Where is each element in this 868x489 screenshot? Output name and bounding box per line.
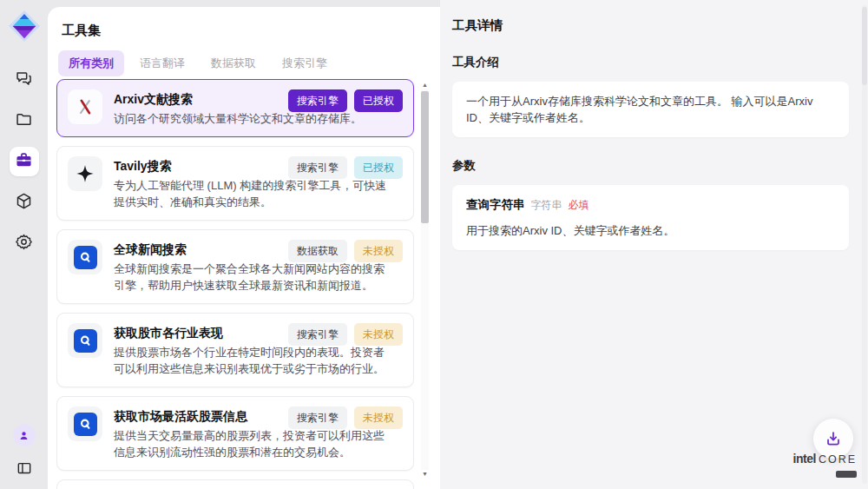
details-title: 工具详情 [452, 17, 849, 34]
auth-status-badge: 已授权 [354, 89, 403, 112]
tool-card[interactable]: 万维地区新闻查询查询具体行政区划内的新闻，快速了解各地新闻动搜索引擎未授权 [56, 479, 414, 489]
qblue-icon [68, 323, 102, 358]
q-logo-tile [74, 329, 97, 353]
tool-name: 全球新闻搜索 [114, 241, 309, 258]
tool-details-panel: 工具详情 工具介绍 一个用于从Arxiv存储库搜索科学论文和文章的工具。 输入可… [440, 0, 868, 489]
download-icon [824, 429, 843, 448]
sidebar-item-folder[interactable] [10, 106, 39, 135]
qblue-icon [68, 406, 102, 441]
category-badge: 搜索引擎 [288, 89, 347, 112]
page-title: 工具集 [62, 23, 101, 39]
details-scrollbar-thumb[interactable] [862, 7, 867, 85]
scroll-up-arrow-icon[interactable]: ▲ [420, 81, 430, 89]
category-badge: 搜索引擎 [288, 156, 347, 179]
param-required-badge: 必填 [569, 197, 589, 214]
tool-badges: 搜索引擎未授权 [288, 406, 403, 429]
param-description: 用于搜索的Arxiv ID、关键字或作者姓名。 [466, 222, 835, 239]
app-logo-icon [8, 10, 41, 43]
category-badge: 搜索引擎 [288, 406, 347, 429]
category-tabs: 所有类别语言翻译数据获取搜索引擎 [58, 50, 338, 76]
param-type: 字符串 [531, 197, 562, 214]
tavily-icon [68, 156, 102, 191]
param-name: 查询字符串 [466, 196, 525, 213]
tool-cards-list: Arxiv文献搜索访问各个研究领域大量科学论文和文章的存储库。搜索引擎已授权Ta… [56, 79, 414, 489]
tool-card[interactable]: 获取股市各行业表现提供股票市场各个行业在特定时间段内的表现。投资者可以利用这些信… [56, 313, 414, 387]
auth-status-badge: 未授权 [354, 323, 403, 346]
chat-icon [15, 69, 33, 91]
collapse-panel-button[interactable] [12, 456, 36, 480]
scroll-down-arrow-icon[interactable]: ▼ [420, 470, 430, 479]
panel-layout-icon [16, 459, 33, 477]
tool-badges: 搜索引擎已授权 [288, 89, 403, 112]
sidebar [0, 0, 48, 489]
tool-description: 提供当天交易量最高的股票列表，投资者可以利用这些信息来识别流动性强的股票和潜在的… [114, 427, 391, 460]
toolbox-icon [15, 151, 33, 173]
tool-card[interactable]: Arxiv文献搜索访问各个研究领域大量科学论文和文章的存储库。搜索引擎已授权 [56, 79, 414, 137]
tool-description: 访问各个研究领域大量科学论文和文章的存储库。 [114, 110, 362, 127]
tool-card[interactable]: Tavily搜索专为人工智能代理 (LLM) 构建的搜索引擎工具，可快速提供实时… [56, 146, 414, 221]
tab-数据获取[interactable]: 数据获取 [201, 50, 266, 76]
q-logo-tile [74, 246, 97, 269]
sidebar-item-toolbox[interactable] [10, 147, 39, 176]
sidebar-item-cube[interactable] [10, 188, 39, 217]
tab-所有类别[interactable]: 所有类别 [58, 50, 124, 76]
tool-name: Arxiv文献搜索 [114, 90, 309, 108]
intro-section-title: 工具介绍 [452, 55, 849, 70]
arxiv-icon [68, 89, 102, 124]
q-logo-tile [74, 413, 97, 436]
tool-badges: 搜索引擎未授权 [288, 323, 403, 346]
tool-list-panel: 工具集 所有类别语言翻译数据获取搜索引擎 Arxiv文献搜索访问各个研究领域大量… [48, 7, 440, 489]
person-icon [17, 429, 30, 442]
params-section-title: 参数 [452, 158, 849, 174]
tab-语言翻译[interactable]: 语言翻译 [129, 50, 195, 76]
tool-intro-text: 一个用于从Arxiv存储库搜索科学论文和文章的工具。 输入可以是Arxiv ID… [452, 82, 849, 137]
sidebar-item-settings[interactable] [10, 228, 39, 258]
tool-name: Tavily搜索 [114, 157, 309, 175]
intel-series-badge [836, 471, 857, 478]
tool-description: 全球新闻搜索是一个聚合全球各大新闻网站内容的搜索引擎，帮助用户快速获取全球最新资… [114, 261, 391, 294]
core-wordmark: CORE [819, 453, 857, 466]
tool-description: 提供股票市场各个行业在特定时间段内的表现。投资者可以利用这些信息来识别表现优于或… [114, 344, 391, 377]
tool-badges: 搜索引擎已授权 [288, 156, 403, 179]
tool-name: 获取市场最活跃股票信息 [114, 407, 309, 425]
tool-badges: 数据获取未授权 [288, 240, 403, 262]
category-badge: 数据获取 [288, 240, 347, 262]
folder-icon [15, 110, 33, 132]
auth-status-badge: 已授权 [354, 156, 403, 179]
sidebar-item-chat[interactable] [10, 65, 39, 95]
auth-status-badge: 未授权 [354, 406, 403, 429]
scrollbar-thumb[interactable] [421, 91, 429, 223]
tool-description: 专为人工智能代理 (LLM) 构建的搜索引擎工具，可快速提供实时、准确和真实的结… [114, 177, 391, 210]
tab-搜索引擎[interactable]: 搜索引擎 [272, 50, 338, 76]
tool-card[interactable]: 全球新闻搜索全球新闻搜索是一个聚合全球各大新闻网站内容的搜索引擎，帮助用户快速获… [56, 229, 414, 304]
parameter-card: 查询字符串 字符串 必填 用于搜索的Arxiv ID、关键字或作者姓名。 [452, 185, 849, 250]
tool-name: 获取股市各行业表现 [114, 324, 309, 341]
qblue-icon [68, 240, 102, 274]
user-avatar[interactable] [13, 424, 36, 446]
sidebar-nav [10, 65, 39, 258]
settings-icon [15, 233, 33, 254]
cube-icon [15, 192, 33, 214]
intel-core-logo: intel CORE [793, 452, 857, 481]
intel-wordmark: intel [793, 452, 816, 466]
category-badge: 搜索引擎 [288, 323, 347, 346]
auth-status-badge: 未授权 [354, 240, 403, 262]
tool-card[interactable]: 获取市场最活跃股票信息提供当天交易量最高的股票列表，投资者可以利用这些信息来识别… [56, 396, 414, 471]
list-scrollbar[interactable]: ▲ ▼ [420, 81, 430, 479]
